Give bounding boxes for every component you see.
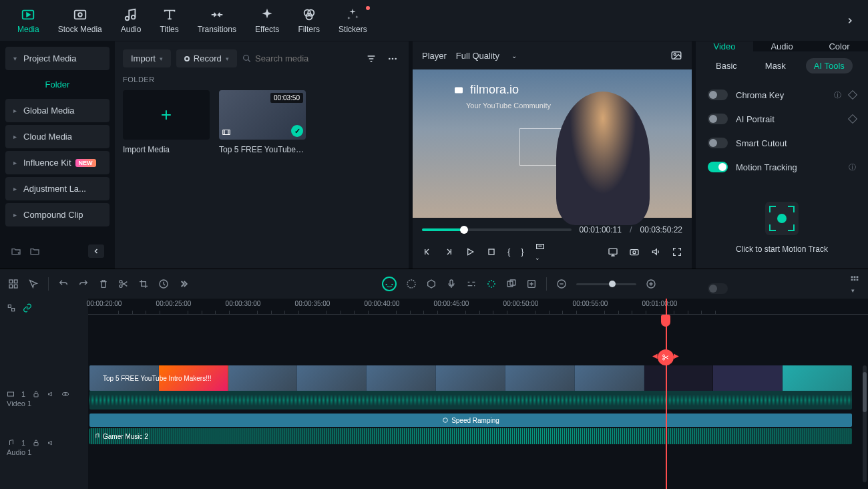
sidebar-item-cloud-media[interactable]: Cloud Media xyxy=(5,125,110,148)
layout-button[interactable] xyxy=(8,279,19,289)
ruler-tick: 00:00:20:00 xyxy=(87,300,122,307)
add-marker-button[interactable] xyxy=(526,279,537,289)
track-options-button[interactable]: ▾ xyxy=(849,274,860,295)
fullscreen-button[interactable] xyxy=(672,247,682,257)
quality-dropdown[interactable]: Full Quality⌄ xyxy=(456,51,517,61)
more-options-icon[interactable] xyxy=(385,51,401,67)
subtab-ai-tools[interactable]: AI Tools xyxy=(806,58,853,73)
mark-in-button[interactable]: { xyxy=(507,247,510,257)
inspector-tab-color[interactable]: Color xyxy=(811,41,868,51)
scrub-bar[interactable] xyxy=(422,228,572,231)
delete-button[interactable] xyxy=(98,279,109,289)
next-frame-button[interactable] xyxy=(443,247,454,257)
mute-icon[interactable] xyxy=(47,439,55,447)
player-label: Player xyxy=(422,51,447,61)
inspector-tab-audio[interactable]: Audio xyxy=(753,41,811,51)
audio-clip[interactable]: Gamer Music 2 xyxy=(89,428,852,444)
cut-tool-indicator[interactable] xyxy=(658,349,674,365)
ai-assistant-button[interactable] xyxy=(382,277,397,291)
info-icon[interactable]: ⓘ xyxy=(834,90,841,100)
display-button[interactable] xyxy=(608,247,618,257)
audio-track-header[interactable]: 1 Audio 1 xyxy=(0,431,88,464)
timeline-ruler[interactable]: 00:00:20:0000:00:25:0000:00:30:0000:00:3… xyxy=(88,299,868,315)
keyframe-button[interactable] xyxy=(848,114,857,124)
speed-button[interactable] xyxy=(158,279,169,289)
snapshot-button[interactable] xyxy=(670,49,682,61)
visibility-icon[interactable] xyxy=(61,390,69,398)
play-button[interactable] xyxy=(465,247,475,257)
smart-cutout-toggle[interactable] xyxy=(708,138,728,148)
tab-titles[interactable]: Titles xyxy=(150,3,188,38)
record-dropdown[interactable]: Record▾ xyxy=(176,49,237,67)
timeline-tracks-area[interactable]: 00:00:20:0000:00:25:0000:00:30:0000:00:3… xyxy=(88,299,868,489)
stop-button[interactable] xyxy=(486,247,497,257)
more-tools-button[interactable] xyxy=(178,279,189,289)
volume-button[interactable] xyxy=(650,247,661,257)
sidebar-item-adjustment-layer[interactable]: Adjustment La... xyxy=(5,177,110,200)
tab-effects[interactable]: Effects xyxy=(246,3,288,38)
timeline-scrollbar[interactable] xyxy=(863,365,867,482)
new-folder-icon[interactable] xyxy=(11,246,21,257)
inspector-tab-video[interactable]: Video xyxy=(696,41,753,51)
scrub-thumb[interactable] xyxy=(460,226,468,234)
track-link-button[interactable] xyxy=(7,303,16,313)
camera-button[interactable] xyxy=(629,247,640,257)
audio-mixer-button[interactable] xyxy=(466,279,477,289)
lock-icon[interactable] xyxy=(32,439,40,447)
subtab-basic[interactable]: Basic xyxy=(708,58,745,73)
mark-out-button[interactable]: } xyxy=(521,247,523,257)
keyframe-button[interactable] xyxy=(848,90,857,100)
tab-stickers[interactable]: Stickers xyxy=(329,3,377,38)
voiceover-button[interactable] xyxy=(446,279,457,289)
motion-track-start[interactable]: Click to start Motion Track xyxy=(696,182,868,274)
import-dropdown[interactable]: Import▾ xyxy=(123,49,171,67)
sidebar-collapse-button[interactable] xyxy=(88,244,104,258)
motion-tracking-toggle[interactable] xyxy=(708,162,728,172)
new-bin-icon[interactable] xyxy=(29,246,40,257)
info-icon[interactable]: ⓘ xyxy=(849,162,856,172)
preview-viewport[interactable]: filmora.io Your YouTube Community xyxy=(413,69,692,218)
zoom-out-button[interactable] xyxy=(556,279,567,289)
search-input[interactable] xyxy=(255,53,358,63)
sidebar-item-project-media[interactable]: Project Media xyxy=(5,47,110,70)
tab-stock-media[interactable]: Stock Media xyxy=(49,3,112,38)
selection-tool[interactable] xyxy=(28,279,39,289)
tabs-next-arrow[interactable] xyxy=(840,11,860,31)
sidebar-item-folder[interactable]: Folder xyxy=(5,73,110,96)
prev-frame-button[interactable] xyxy=(422,247,433,257)
playhead[interactable] xyxy=(666,299,667,489)
filter-icon[interactable] xyxy=(363,51,379,67)
ai-portrait-toggle[interactable] xyxy=(708,114,728,124)
tab-filters[interactable]: Filters xyxy=(288,3,329,38)
split-button[interactable] xyxy=(118,279,129,289)
lock-icon[interactable] xyxy=(32,390,40,398)
sidebar-item-global-media[interactable]: Global Media xyxy=(5,99,110,122)
track-magnet-button[interactable] xyxy=(23,303,32,313)
import-media-tile[interactable]: + xyxy=(123,90,210,140)
redo-button[interactable] xyxy=(78,279,89,289)
tab-transitions[interactable]: Transitions xyxy=(188,3,246,38)
chroma-key-toggle[interactable] xyxy=(708,90,728,100)
zoom-slider[interactable] xyxy=(576,283,636,285)
crop-button[interactable] xyxy=(138,279,149,289)
marker-button[interactable] xyxy=(426,279,437,289)
playhead-handle[interactable] xyxy=(661,315,670,327)
aspect-ratio-button[interactable]: ⌄ xyxy=(535,241,546,262)
tab-media[interactable]: Media xyxy=(8,3,49,38)
subtab-mask[interactable]: Mask xyxy=(757,58,794,73)
video-clip[interactable]: Top 5 FREE YouTube Intro Makers!!! ✕ xyxy=(89,365,852,391)
undo-button[interactable] xyxy=(58,279,69,289)
video-track-header[interactable]: 1 Video 1 xyxy=(0,367,88,431)
sidebar-item-compound-clip[interactable]: Compound Clip xyxy=(5,203,110,226)
speed-ramp-clip[interactable]: Speed Ramping xyxy=(89,414,852,427)
tab-audio[interactable]: Audio xyxy=(112,3,151,38)
mute-icon[interactable] xyxy=(47,390,55,398)
auto-reframe-button[interactable] xyxy=(486,279,497,289)
video-audio-waveform[interactable] xyxy=(89,391,852,410)
color-button[interactable] xyxy=(406,279,417,289)
svg-point-8 xyxy=(243,55,248,61)
render-preview-button[interactable] xyxy=(506,279,517,289)
sidebar-item-influence-kit[interactable]: Influence KitNEW xyxy=(5,151,110,174)
media-clip-tile[interactable]: 00:03:50 ✓ xyxy=(219,90,306,140)
zoom-in-button[interactable] xyxy=(646,279,656,289)
